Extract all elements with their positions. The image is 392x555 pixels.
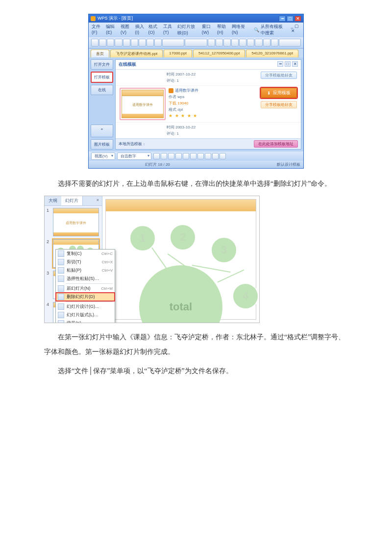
tool-bullets-icon[interactable]: [255, 39, 262, 47]
panel-title: 在线模板: [119, 61, 136, 68]
nav-pic-template[interactable]: 图片模板: [91, 139, 113, 150]
panel-max-icon[interactable]: □: [285, 61, 291, 67]
menu-tools[interactable]: 工具(T): [163, 24, 173, 36]
nav-open-template[interactable]: 打开模板: [91, 72, 113, 83]
tool-print-icon[interactable]: [115, 39, 122, 47]
ctx-剪切(T)[interactable]: 剪切(T)Ctrl+X: [56, 258, 115, 266]
menu-label: 幻灯片版式(L)…: [67, 312, 113, 318]
apply-template-button[interactable]: ⬇ 应用模板: [261, 88, 297, 98]
menu-slideshow[interactable]: 幻灯片放映(D): [177, 24, 197, 36]
tool-color-icon[interactable]: [263, 39, 270, 47]
menu-edit[interactable]: 编辑(E): [106, 24, 117, 36]
menu-label: 幻灯片设计(G)…: [67, 303, 113, 310]
pane-close-icon[interactable]: ×: [94, 196, 102, 205]
sb-arrow-icon[interactable]: [161, 153, 167, 159]
sb-line-icon[interactable]: [153, 153, 160, 159]
panel-close-icon[interactable]: ✕: [292, 61, 298, 67]
src-right[interactable]: 在此处添加模板地址: [254, 140, 298, 148]
sb-font-icon[interactable]: [205, 153, 211, 159]
tool-font-drop[interactable]: [162, 39, 184, 47]
menu-format[interactable]: 格式(O): [148, 24, 159, 36]
tab-slides[interactable]: 幻灯片: [61, 196, 83, 205]
tool-newslide-icon[interactable]: [271, 39, 278, 47]
menu-file[interactable]: 文件(F): [92, 24, 102, 36]
nav-online[interactable]: 在线: [91, 85, 113, 95]
tool-new-icon[interactable]: [91, 39, 98, 47]
ctx-幻灯片设计(G)…[interactable]: 幻灯片设计(G)…: [56, 303, 115, 311]
sb-text-icon[interactable]: [183, 153, 189, 159]
tool-cut-icon[interactable]: [123, 39, 130, 47]
ctx-粘贴(P)[interactable]: 粘贴(P)Ctrl+V: [56, 266, 115, 275]
ctx-背景(K)…[interactable]: 背景(K)…: [56, 319, 115, 323]
ctx-复制(C)[interactable]: 复制(C)Ctrl+C: [56, 250, 115, 258]
doc-tab-3[interactable]: 54112_1270950400.ppt: [193, 50, 245, 57]
tpl1-rating: 评论: 1: [167, 78, 196, 83]
template-panel: 在线模板 ━ □ ✕ 时间 2007-10-22 评论: 1 分享模板给好友: [115, 59, 301, 150]
tool-bold-icon[interactable]: [208, 39, 215, 47]
tool-size-drop[interactable]: [185, 39, 207, 47]
minimize-icon[interactable]: ━: [279, 16, 286, 22]
menu-network[interactable]: 网络资(N): [232, 24, 245, 36]
menu-window[interactable]: 窗口(W): [202, 24, 213, 36]
tool-save-icon[interactable]: [107, 39, 114, 47]
sb-shadow-icon[interactable]: [212, 153, 219, 159]
document-tabs: 首页 飞夺泸定桥课件动画.ppt 17000.ppt 54112_1270950…: [89, 49, 303, 57]
tpl2-share[interactable]: 分享模板给好友: [261, 101, 297, 108]
style-dropdown[interactable]: 自选数字: [117, 152, 151, 160]
tpl-thumb[interactable]: 通用数学课件: [122, 90, 164, 118]
doc-tab-2[interactable]: 17000.ppt: [164, 50, 192, 57]
tool-undo-icon[interactable]: [147, 39, 154, 47]
nav-open-file[interactable]: 打开文件: [91, 59, 113, 70]
tool-align-left-icon[interactable]: [231, 39, 239, 47]
nav-arrow-icon[interactable]: «: [91, 125, 113, 137]
doc-tab-4[interactable]: 54120_3210976861.ppt: [246, 50, 298, 57]
ctx-删除幻灯片(D)[interactable]: 删除幻灯片(D): [56, 293, 115, 301]
bubble-2: 2: [170, 224, 196, 251]
view-dropdown[interactable]: 视图(V): [91, 152, 115, 160]
doc-tab-home[interactable]: 首页: [91, 50, 109, 57]
tpl3-time: 时间 2003-10-22: [167, 125, 196, 130]
tpl1-time: 时间 2007-10-22: [167, 72, 196, 77]
menu-insert[interactable]: 插入(I): [135, 24, 145, 36]
tpl1-share[interactable]: 分享模板给好友: [261, 72, 297, 79]
ctx-选择性粘贴(S)…[interactable]: 选择性粘贴(S)…: [56, 275, 115, 283]
maximize-icon[interactable]: □: [287, 16, 294, 22]
tool-redo-icon[interactable]: [154, 39, 162, 47]
menu-help[interactable]: 帮助(H): [217, 24, 228, 36]
tool-align-center-icon[interactable]: [239, 39, 246, 47]
sb-stroke-icon[interactable]: [197, 153, 204, 159]
doc-tab-1[interactable]: 飞夺泸定桥课件动画.ppt: [110, 50, 163, 57]
ctx-新幻灯片(N)[interactable]: 新幻灯片(N)Ctrl+M: [56, 284, 115, 293]
tpl3-rating: 评论: 1: [167, 131, 196, 136]
tool-paste-icon[interactable]: [139, 39, 146, 47]
thumb-slide-1[interactable]: 通用数学课件: [53, 208, 99, 236]
search-placeholder: 从所有模板中搜索: [261, 24, 284, 36]
window-titlebar: WPS 演示 - [首页] ━ □ ✕: [89, 14, 303, 23]
download-icon: ⬇: [267, 91, 271, 96]
sb-3d-icon[interactable]: [220, 153, 226, 159]
tool-copy-icon[interactable]: [131, 39, 138, 47]
menu-icon: [58, 267, 64, 274]
sb-oval-icon[interactable]: [175, 153, 182, 159]
tool-underline-icon[interactable]: [223, 39, 231, 47]
panel-min-icon[interactable]: ━: [277, 61, 283, 67]
tab-outline[interactable]: 大纲: [45, 196, 61, 205]
menu-label: 粘贴(P): [67, 267, 99, 274]
ctx-幻灯片版式(L)…[interactable]: 幻灯片版式(L)…: [56, 311, 115, 319]
close-icon[interactable]: ✕: [294, 16, 301, 22]
tool-align-right-icon[interactable]: [247, 39, 254, 47]
thumb-num-4: 4: [47, 302, 51, 323]
menu-shortcut: Ctrl+X: [102, 260, 113, 264]
menu-label: 删除幻灯片(D): [67, 294, 113, 300]
slide-count: 幻灯片 18 / 20: [145, 162, 170, 167]
template-search[interactable]: 🔍 从所有模板中搜索: [254, 24, 284, 36]
menu-icon: [58, 251, 64, 257]
sb-fill-icon[interactable]: [190, 153, 196, 159]
menu-view[interactable]: 视图(V): [121, 24, 131, 36]
paragraph-3: 选择“文件│保存”菜单项，以“飞夺泸定桥”为文件名保存。: [44, 364, 348, 378]
sb-rect-icon[interactable]: [168, 153, 174, 159]
src-label: 本地所选模板：: [119, 141, 146, 147]
tool-open-icon[interactable]: [99, 39, 106, 47]
tool-italic-icon[interactable]: [216, 39, 223, 47]
tool-design-icon[interactable]: [279, 39, 301, 47]
